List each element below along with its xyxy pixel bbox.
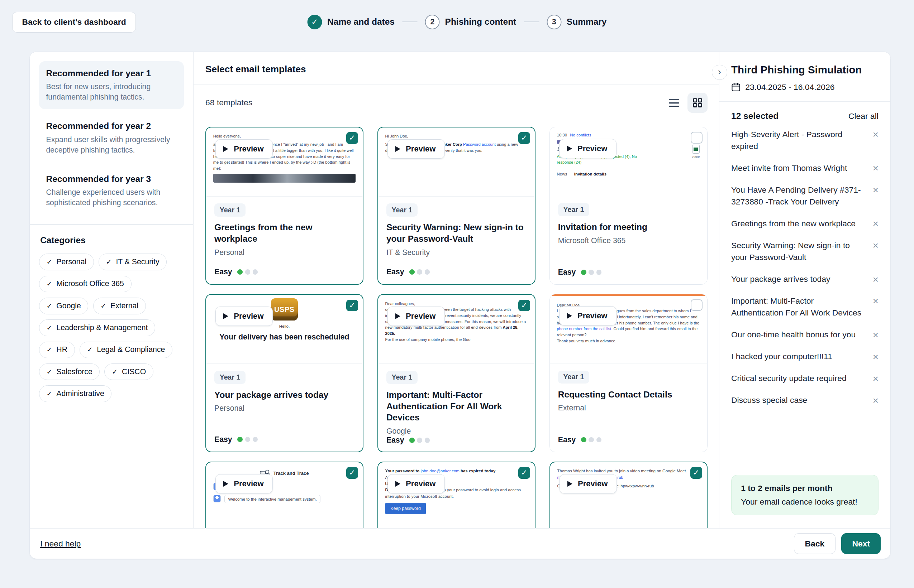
remove-icon[interactable]: × bbox=[873, 352, 878, 362]
preview-button[interactable]: Preview bbox=[559, 474, 617, 493]
remove-icon[interactable]: × bbox=[873, 163, 878, 173]
template-card-package-arrives[interactable]: USPS Hello, Your delivery has been resch… bbox=[205, 294, 363, 452]
template-card-security-warning[interactable]: Hi John Doe, Someone has logged into you… bbox=[378, 127, 535, 285]
template-card-track-and-trace[interactable]: Track and Trace Hello! Welcome to the in… bbox=[205, 462, 363, 528]
chip-label: Legal & Compliance bbox=[97, 345, 165, 354]
step-summary[interactable]: 3 Summary bbox=[547, 15, 606, 29]
category-chip-legal-compliance[interactable]: ✓Legal & Compliance bbox=[79, 342, 172, 359]
office-photo bbox=[213, 174, 356, 183]
recommendation-year-3[interactable]: Recommended for year 3 Challenge experie… bbox=[39, 167, 184, 215]
template-card-greetings-new-workplace[interactable]: Hello everyone, as promised I would get … bbox=[205, 127, 363, 285]
category-chip-external[interactable]: ✓External bbox=[93, 297, 146, 314]
remove-icon[interactable]: × bbox=[873, 130, 878, 140]
selected-item: Critical security update required× bbox=[731, 367, 878, 389]
category-chip-salesforce[interactable]: ✓Salesforce bbox=[39, 363, 100, 380]
selected-item: Important: Multi-Factor Authentication F… bbox=[731, 290, 878, 324]
remove-icon[interactable]: × bbox=[873, 241, 878, 251]
email-preview: 10:30No conflicts Teams Meeting Ben Ant … bbox=[550, 127, 707, 196]
sidebar: Recommended for year 1 Best for new user… bbox=[30, 52, 194, 528]
selected-item-label: Our one-time health bonus for you bbox=[731, 329, 873, 341]
list-view-button[interactable] bbox=[664, 93, 684, 113]
email-link: john.doe@anker.com bbox=[421, 469, 460, 473]
category-chip-administrative[interactable]: ✓Administrative bbox=[39, 385, 112, 402]
simulation-title: Third Phishing Simulation bbox=[731, 64, 878, 76]
template-checkbox[interactable] bbox=[691, 299, 703, 311]
selected-item-label: Important: Multi-Factor Authentication F… bbox=[731, 295, 873, 319]
preview-button[interactable]: Preview bbox=[387, 307, 445, 326]
template-card-meeting-invitation[interactable]: 10:30No conflicts Teams Meeting Ben Ant … bbox=[549, 127, 708, 285]
preview-button[interactable]: Preview bbox=[216, 474, 273, 493]
difficulty-dots bbox=[581, 270, 601, 275]
category-chip-personal[interactable]: ✓Personal bbox=[39, 254, 94, 270]
category-chip-google[interactable]: ✓Google bbox=[39, 297, 89, 314]
template-card-requesting-contact-details[interactable]: Dear Mr Doe, I am looking for one of you… bbox=[549, 294, 708, 452]
card-footer: Easy bbox=[550, 268, 707, 284]
category-chip-it-security[interactable]: ✓IT & Security bbox=[99, 254, 167, 270]
preview-button-label: Preview bbox=[578, 479, 608, 488]
need-help-link[interactable]: I need help bbox=[40, 539, 81, 549]
template-checkbox[interactable]: ✓ bbox=[346, 132, 358, 144]
preview-button[interactable]: Preview bbox=[216, 307, 273, 326]
template-checkbox[interactable]: ✓ bbox=[518, 132, 530, 144]
step-2-circle: 2 bbox=[425, 15, 440, 29]
email-preview: Your password to john.doe@anker.com has … bbox=[378, 462, 535, 528]
difficulty-dot-filled bbox=[409, 269, 415, 275]
remove-icon[interactable]: × bbox=[873, 219, 878, 229]
email-preview: Track and Trace Hello! Welcome to the in… bbox=[206, 462, 363, 528]
preview-button[interactable]: Preview bbox=[559, 139, 616, 158]
collapse-panel-button[interactable]: › bbox=[712, 65, 727, 80]
template-card-google-meet-invite[interactable]: Thomas Wright has invited you to join a … bbox=[549, 462, 708, 528]
preview-greeting: Dear colleagues, bbox=[385, 301, 528, 307]
selected-templates-list: High-Severity Alert - Password expired× … bbox=[731, 124, 878, 475]
remove-icon[interactable]: × bbox=[873, 396, 878, 406]
selected-item-label: Greetings from the new workplace bbox=[731, 218, 873, 229]
remove-icon[interactable]: × bbox=[873, 296, 878, 306]
back-to-dashboard-button[interactable]: Back to client's dashboard bbox=[12, 12, 136, 32]
remove-icon[interactable]: × bbox=[873, 330, 878, 340]
recommendation-title: Recommended for year 2 bbox=[46, 121, 177, 131]
preview-button[interactable]: Preview bbox=[216, 139, 273, 158]
template-checkbox[interactable]: ✓ bbox=[690, 467, 702, 479]
preview-button[interactable]: Preview bbox=[559, 306, 616, 326]
keep-password-button[interactable]: Keep password bbox=[385, 503, 426, 514]
template-card-password-expired[interactable]: Your password to john.doe@anker.com has … bbox=[378, 462, 535, 528]
preview-button[interactable]: Preview bbox=[387, 139, 445, 158]
step-phishing-content[interactable]: 2 Phishing content bbox=[425, 15, 516, 29]
template-card-multi-factor-authentication[interactable]: Dear colleagues, our company has, unfort… bbox=[378, 294, 535, 452]
sidebar-divider bbox=[30, 224, 194, 225]
category-chip-hr[interactable]: ✓HR bbox=[39, 342, 75, 359]
difficulty-dot bbox=[588, 437, 594, 443]
remove-icon[interactable]: × bbox=[873, 374, 878, 384]
step-connector bbox=[402, 21, 418, 22]
meeting-tabs: News Invitation details bbox=[557, 169, 700, 176]
recommendation-year-1[interactable]: Recommended for year 1 Best for new user… bbox=[39, 61, 184, 109]
template-checkbox[interactable] bbox=[691, 132, 703, 144]
step-3-label: Summary bbox=[567, 17, 607, 27]
template-checkbox[interactable]: ✓ bbox=[346, 300, 358, 312]
preview-body: Thank you very much in advance. bbox=[557, 338, 700, 344]
category-chip-microsoft-office-365[interactable]: ✓Microsoft Office 365 bbox=[39, 276, 131, 292]
step-name-and-dates[interactable]: ✓ Name and dates bbox=[308, 15, 395, 29]
card-footer: Easy bbox=[206, 435, 363, 452]
preview-button[interactable]: Preview bbox=[387, 474, 445, 493]
selected-item-label: Discuss special case bbox=[731, 394, 873, 406]
year-badge: Year 1 bbox=[214, 371, 246, 384]
remove-icon[interactable]: × bbox=[873, 275, 878, 285]
list-icon bbox=[669, 99, 679, 107]
remove-icon[interactable]: × bbox=[873, 185, 878, 195]
grid-view-button[interactable] bbox=[687, 93, 708, 113]
category-chip-leadership-management[interactable]: ✓Leadership & Management bbox=[39, 320, 155, 336]
template-checkbox[interactable]: ✓ bbox=[518, 300, 530, 312]
template-category: External bbox=[558, 404, 699, 412]
template-checkbox[interactable]: ✓ bbox=[518, 467, 530, 479]
recommendation-year-2[interactable]: Recommended for year 2 Expand user skill… bbox=[39, 114, 184, 162]
clear-all-button[interactable]: Clear all bbox=[848, 111, 878, 121]
next-button[interactable]: Next bbox=[841, 533, 881, 554]
template-count: 68 templates bbox=[205, 98, 252, 107]
template-checkbox[interactable]: ✓ bbox=[346, 467, 358, 479]
back-button[interactable]: Back bbox=[794, 533, 836, 554]
category-chip-cisco[interactable]: ✓CISCO bbox=[104, 363, 153, 380]
card-body: Year 1 Security Warning: New sign-in to … bbox=[378, 197, 535, 257]
template-title: Requesting Contact Details bbox=[558, 389, 699, 401]
difficulty-dot-filled bbox=[581, 270, 587, 275]
